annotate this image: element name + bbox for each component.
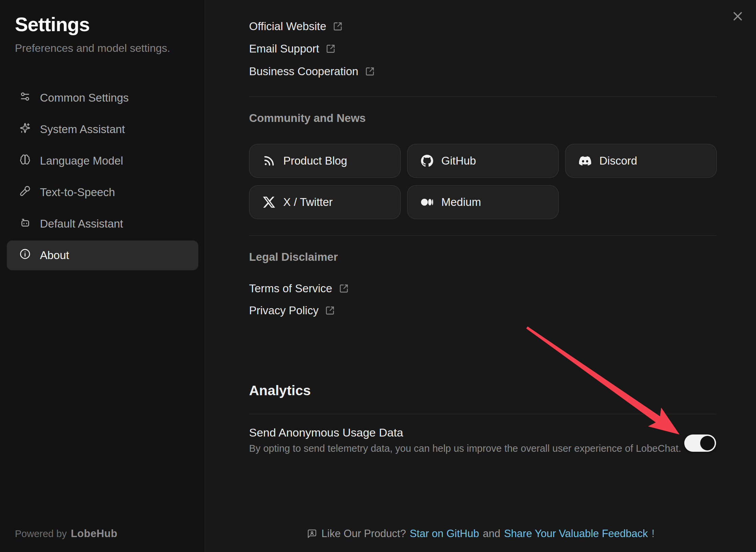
- close-icon[interactable]: [732, 10, 744, 22]
- link-label: Email Support: [249, 42, 319, 55]
- sidebar-item-common-settings[interactable]: Common Settings: [7, 83, 198, 113]
- email-support-link[interactable]: Email Support: [249, 42, 335, 55]
- telemetry-toggle[interactable]: [684, 434, 716, 452]
- feedback-footer: Like Our Product? Star on GitHub and Sha…: [205, 528, 756, 540]
- external-link-icon: [339, 284, 349, 293]
- sidebar-item-label: Default Assistant: [40, 217, 123, 230]
- brain-icon: [20, 154, 30, 168]
- analytics-heading: Analytics: [249, 383, 311, 399]
- share-feedback-link[interactable]: Share Your Valuable Feedback: [504, 528, 648, 540]
- github-button[interactable]: GitHub: [407, 144, 559, 178]
- external-link-icon: [325, 306, 335, 315]
- external-link-icon: [326, 44, 335, 54]
- section-divider: [249, 414, 717, 414]
- github-icon: [421, 155, 433, 167]
- legal-heading: Legal Disclaimer: [249, 251, 338, 263]
- sparkles-icon: [20, 123, 30, 136]
- page-title: Settings: [15, 13, 90, 36]
- button-label: Medium: [441, 196, 481, 209]
- business-cooperation-link[interactable]: Business Cooperation: [249, 65, 375, 78]
- contact-us-heading: Contact Us: [249, 0, 308, 1]
- official-website-link[interactable]: Official Website: [249, 20, 342, 33]
- button-label: GitHub: [441, 154, 476, 167]
- feedback-bubble-icon: [307, 529, 317, 539]
- sliders-icon: [20, 91, 30, 105]
- about-content: Contact Us Official Website Email Suppor…: [249, 0, 717, 552]
- powered-by: Powered by LobeHub: [15, 528, 117, 540]
- discord-icon: [579, 155, 591, 167]
- medium-icon: [421, 196, 433, 208]
- mic-icon: [20, 186, 30, 199]
- telemetry-setting-description: By opting to send telemetry data, you ca…: [249, 443, 681, 454]
- discord-button[interactable]: Discord: [565, 144, 717, 178]
- section-divider: [249, 97, 717, 97]
- telemetry-setting-title: Send Anonymous Usage Data: [249, 426, 403, 439]
- product-blog-button[interactable]: Product Blog: [249, 144, 401, 178]
- sidebar-item-label: Text-to-Speech: [40, 186, 115, 199]
- link-label: Business Cooperation: [249, 65, 358, 78]
- settings-modal: Settings Preferences and model settings.…: [0, 0, 756, 552]
- footer-text: and: [483, 528, 501, 540]
- sidebar-item-default-assistant[interactable]: Default Assistant: [7, 209, 198, 239]
- link-label: Official Website: [249, 20, 326, 33]
- community-heading: Community and News: [249, 112, 366, 125]
- terms-of-service-link[interactable]: Terms of Service: [249, 282, 349, 295]
- button-label: Product Blog: [283, 154, 347, 167]
- external-link-icon: [365, 67, 375, 76]
- x-twitter-button[interactable]: X / Twitter: [249, 185, 401, 219]
- lobehub-logo[interactable]: LobeHub: [71, 528, 117, 540]
- sidebar-item-label: System Assistant: [40, 123, 125, 136]
- sidebar-item-label: About: [40, 249, 69, 262]
- page-subtitle: Preferences and model settings.: [15, 42, 170, 55]
- sidebar-nav: Common Settings System Assistant: [7, 83, 198, 272]
- toggle-knob: [700, 436, 715, 450]
- privacy-policy-link[interactable]: Privacy Policy: [249, 304, 335, 317]
- settings-sidebar: Settings Preferences and model settings.…: [0, 0, 205, 552]
- bot-icon: [20, 217, 30, 231]
- star-on-github-link[interactable]: Star on GitHub: [410, 528, 479, 540]
- button-label: Discord: [599, 154, 637, 167]
- sidebar-item-about[interactable]: About: [7, 240, 198, 270]
- footer-text: Like Our Product?: [321, 528, 406, 540]
- medium-button[interactable]: Medium: [407, 185, 559, 219]
- sidebar-item-label: Common Settings: [40, 91, 129, 104]
- sidebar-item-label: Language Model: [40, 154, 123, 167]
- footer-text: !: [652, 528, 655, 540]
- sidebar-item-text-to-speech[interactable]: Text-to-Speech: [7, 177, 198, 207]
- info-icon: [20, 249, 30, 262]
- community-buttons: Product Blog GitHub Discord: [249, 144, 717, 219]
- x-logo-icon: [263, 196, 275, 208]
- sidebar-item-system-assistant[interactable]: System Assistant: [7, 114, 198, 144]
- link-label: Privacy Policy: [249, 304, 318, 317]
- external-link-icon: [333, 22, 342, 31]
- about-panel: Contact Us Official Website Email Suppor…: [205, 0, 756, 552]
- link-label: Terms of Service: [249, 282, 332, 295]
- powered-by-text: Powered by: [15, 528, 67, 539]
- rss-icon: [263, 155, 275, 167]
- sidebar-item-language-model[interactable]: Language Model: [7, 146, 198, 176]
- section-divider: [249, 235, 717, 236]
- button-label: X / Twitter: [283, 196, 333, 209]
